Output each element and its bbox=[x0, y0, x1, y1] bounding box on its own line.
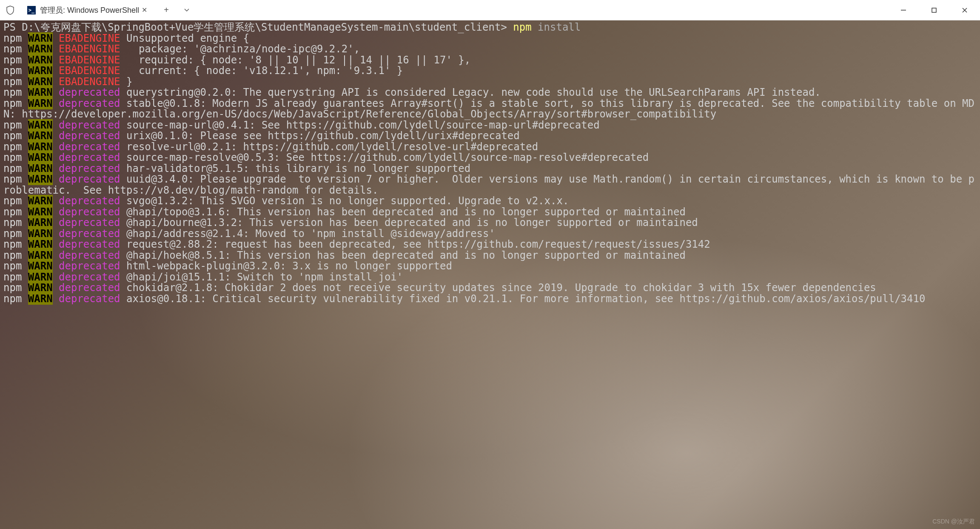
window-controls bbox=[888, 0, 980, 20]
terminal-content: PS D:\夸克网盘下载\SpringBoot+Vue学生管理系统\Studen… bbox=[0, 20, 980, 306]
svg-rect-0 bbox=[901, 10, 906, 11]
watermark: CSDN @汝严君 bbox=[932, 518, 975, 526]
terminal[interactable]: PS D:\夸克网盘下载\SpringBoot+Vue学生管理系统\Studen… bbox=[0, 20, 980, 529]
powershell-icon: >_ bbox=[27, 6, 36, 14]
close-window-button[interactable] bbox=[949, 0, 980, 20]
new-tab-button[interactable]: + bbox=[156, 0, 177, 20]
titlebar: >_ 管理员: Windows PowerShell ✕ + bbox=[0, 0, 980, 20]
minimize-button[interactable] bbox=[888, 0, 919, 20]
tab-dropdown-button[interactable] bbox=[177, 0, 197, 20]
tab-powershell[interactable]: >_ 管理员: Windows PowerShell ✕ bbox=[20, 0, 156, 20]
shield-icon bbox=[0, 0, 20, 20]
maximize-button[interactable] bbox=[919, 0, 949, 20]
svg-rect-1 bbox=[932, 8, 936, 12]
close-tab-button[interactable]: ✕ bbox=[139, 5, 149, 15]
tab-title: 管理员: Windows PowerShell bbox=[40, 5, 139, 15]
